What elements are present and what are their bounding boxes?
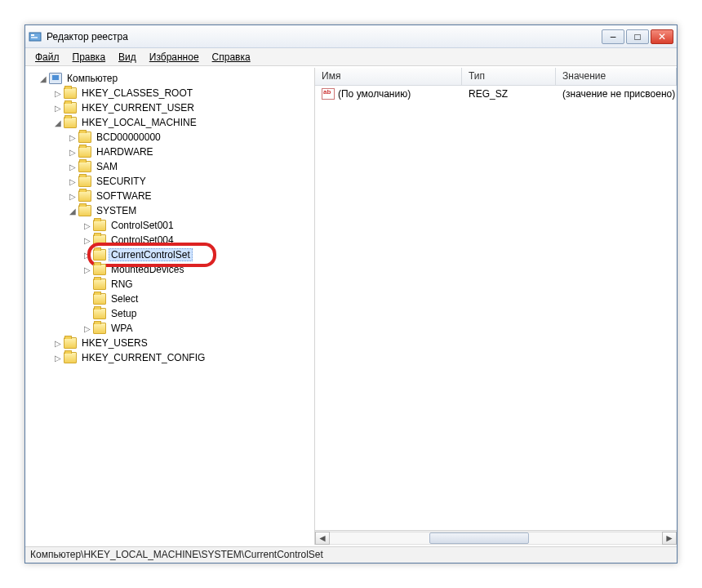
collapse-icon[interactable]: ◢ xyxy=(38,74,48,83)
expand-icon[interactable]: ▷ xyxy=(68,148,78,157)
expand-icon[interactable]: ▷ xyxy=(53,104,63,113)
value-row-default[interactable]: (По умолчанию) REG_SZ (значение не присв… xyxy=(315,86,677,102)
string-value-icon xyxy=(322,88,335,100)
column-type[interactable]: Тип xyxy=(462,68,556,85)
tree-item-controlset001[interactable]: ▷ ControlSet001 xyxy=(27,218,314,233)
maximize-button[interactable]: □ xyxy=(626,29,649,44)
tree-item-security[interactable]: ▷ SECURITY xyxy=(27,174,314,189)
computer-icon xyxy=(49,73,62,84)
tree-item-hklm[interactable]: ◢ HKEY_LOCAL_MACHINE xyxy=(27,115,314,130)
regedit-icon xyxy=(29,30,42,43)
expand-icon[interactable]: ▷ xyxy=(82,265,92,274)
chevron-right-icon: ► xyxy=(664,532,674,544)
expand-icon[interactable]: ▷ xyxy=(68,177,78,186)
scroll-right-button[interactable]: ► xyxy=(662,532,677,545)
scroll-track[interactable] xyxy=(330,532,662,545)
folder-icon xyxy=(78,190,91,202)
folder-icon xyxy=(93,234,106,246)
tree-label: WPA xyxy=(109,322,135,335)
folder-icon xyxy=(64,352,77,363)
menu-edit-label: Правка xyxy=(73,51,106,63)
tree-item-rng[interactable]: RNG xyxy=(27,277,314,292)
expand-icon[interactable]: ▷ xyxy=(82,251,92,260)
folder-icon xyxy=(64,102,77,114)
menu-help-label: Справка xyxy=(212,51,251,63)
minimize-button[interactable]: – xyxy=(602,29,624,44)
menu-view-label: Вид xyxy=(118,51,136,63)
tree-label: HKEY_USERS xyxy=(79,336,150,350)
titlebar[interactable]: Редактор реестра – □ ✕ xyxy=(25,25,677,48)
tree-label: HKEY_CURRENT_CONFIG xyxy=(79,351,207,364)
tree-item-controlset004[interactable]: ▷ ControlSet004 xyxy=(27,233,314,247)
tree-label: HARDWARE xyxy=(94,145,156,158)
close-button[interactable]: ✕ xyxy=(651,29,673,44)
expand-icon[interactable]: ▷ xyxy=(53,89,63,98)
tree-item-hardware[interactable]: ▷ HARDWARE xyxy=(27,145,314,159)
tree-label: SAM xyxy=(94,160,120,173)
horizontal-scrollbar[interactable]: ◄ ► xyxy=(315,530,677,545)
expand-icon[interactable]: ▷ xyxy=(68,163,78,172)
tree-item-mounteddevices[interactable]: ▷ MountedDevices xyxy=(27,262,314,277)
tree-item-hkcc[interactable]: ▷ HKEY_CURRENT_CONFIG xyxy=(27,350,314,365)
menu-edit[interactable]: Правка xyxy=(68,50,111,65)
tree-item-hku[interactable]: ▷ HKEY_USERS xyxy=(27,336,314,350)
expand-icon[interactable]: ▷ xyxy=(82,236,92,245)
folder-icon xyxy=(93,293,106,305)
menu-favorites[interactable]: Избранное xyxy=(144,50,204,65)
folder-icon xyxy=(93,278,106,290)
chevron-left-icon: ◄ xyxy=(318,532,327,544)
scroll-thumb[interactable] xyxy=(429,532,529,544)
menu-view[interactable]: Вид xyxy=(113,50,141,65)
expand-icon[interactable]: ▷ xyxy=(53,339,63,348)
tree-label: Setup xyxy=(109,307,139,320)
statusbar-path: Компьютер\HKEY_LOCAL_MACHINE\SYSTEM\Curr… xyxy=(30,549,323,560)
expand-icon[interactable]: ▷ xyxy=(68,192,78,201)
values-body[interactable]: (По умолчанию) REG_SZ (значение не присв… xyxy=(315,86,677,530)
folder-icon xyxy=(93,323,106,334)
tree-item-currentcontrolset[interactable]: ▷ CurrentControlSet xyxy=(27,247,314,262)
value-data-cell: (значение не присвоено) xyxy=(556,87,677,101)
tree-label: SECURITY xyxy=(94,175,149,188)
menu-file[interactable]: Файл xyxy=(30,50,64,65)
tree-label: SOFTWARE xyxy=(94,189,154,203)
values-pane: Имя Тип Значение (По умолчанию) REG_SZ (… xyxy=(315,68,677,545)
folder-icon xyxy=(64,117,77,128)
highlight-annotation-wrap: ▷ CurrentControlSet xyxy=(27,247,314,262)
tree-item-computer[interactable]: ◢ Компьютер xyxy=(27,71,314,86)
folder-icon xyxy=(93,308,106,319)
tree-pane[interactable]: ◢ Компьютер ▷ HKEY_CLASSES_ROOT ▷ HKEY_C… xyxy=(25,68,315,545)
tree-item-system[interactable]: ◢ SYSTEM xyxy=(27,203,314,218)
tree-item-bcd[interactable]: ▷ BCD00000000 xyxy=(27,130,314,145)
tree-item-wpa[interactable]: ▷ WPA xyxy=(27,321,314,336)
expand-icon[interactable]: ▷ xyxy=(82,221,92,230)
collapse-icon[interactable]: ◢ xyxy=(68,207,78,216)
window-controls: – □ ✕ xyxy=(602,29,673,44)
tree-label: Компьютер xyxy=(64,72,120,85)
expand-icon[interactable]: ▷ xyxy=(68,133,78,142)
folder-icon xyxy=(78,131,91,143)
menu-help[interactable]: Справка xyxy=(207,50,255,65)
statusbar: Компьютер\HKEY_LOCAL_MACHINE\SYSTEM\Curr… xyxy=(25,546,677,563)
collapse-icon[interactable]: ◢ xyxy=(53,118,63,127)
tree-item-select[interactable]: Select xyxy=(27,292,314,306)
tree-item-setup[interactable]: Setup xyxy=(27,306,314,321)
column-value[interactable]: Значение xyxy=(556,68,677,85)
folder-icon xyxy=(78,205,91,216)
tree-label: HKEY_LOCAL_MACHINE xyxy=(79,116,199,129)
folder-icon xyxy=(78,146,91,158)
window-title: Редактор реестра xyxy=(47,31,128,42)
tree-label: SYSTEM xyxy=(94,204,139,217)
expand-icon[interactable]: ▷ xyxy=(53,354,63,363)
tree-item-hkcr[interactable]: ▷ HKEY_CLASSES_ROOT xyxy=(27,86,314,100)
tree-label: Select xyxy=(109,292,140,305)
tree-item-sam[interactable]: ▷ SAM xyxy=(27,159,314,174)
tree-item-hkcu[interactable]: ▷ HKEY_CURRENT_USER xyxy=(27,100,314,115)
tree-label: ControlSet001 xyxy=(109,219,176,232)
tree-item-software[interactable]: ▷ SOFTWARE xyxy=(27,189,314,203)
menu-favorites-label: Избранное xyxy=(149,51,199,63)
scroll-left-button[interactable]: ◄ xyxy=(315,532,330,545)
tree-label: CurrentControlSet xyxy=(109,248,193,261)
expand-icon[interactable]: ▷ xyxy=(82,324,92,333)
tree-label: MountedDevices xyxy=(109,263,186,276)
column-name[interactable]: Имя xyxy=(315,68,462,85)
